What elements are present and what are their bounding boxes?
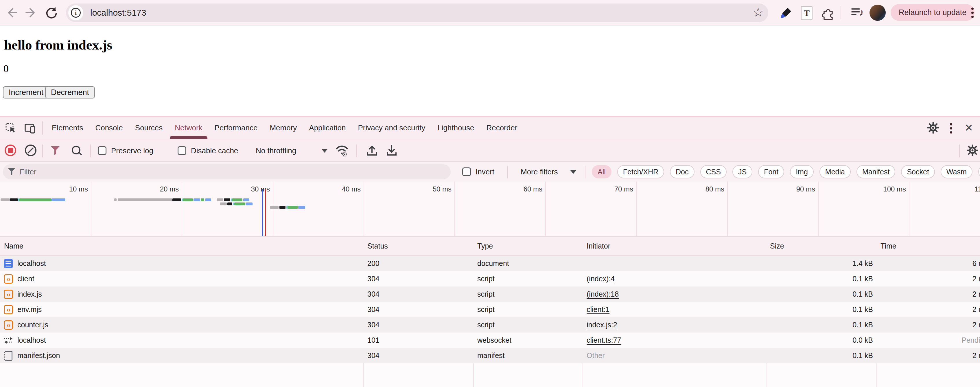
table-row[interactable]: ‹›counter.js 304 script index.js:2 0.1 k…: [0, 317, 980, 333]
extensions-puzzle-icon[interactable]: [819, 5, 836, 21]
throttling-select[interactable]: No throttling: [256, 139, 296, 162]
pill-font[interactable]: Font: [758, 165, 784, 178]
initiator-link[interactable]: client.ts:77: [587, 333, 621, 348]
network-conditions-button[interactable]: [335, 144, 349, 157]
table-row[interactable]: ‹›env.mjs 304 script client:1 0.1 kB 2 m…: [0, 302, 980, 317]
column-header-status[interactable]: Status: [368, 237, 388, 255]
pill-wasm[interactable]: Wasm: [941, 165, 972, 178]
tab-network[interactable]: Network: [169, 117, 208, 139]
decrement-button[interactable]: Decrement: [45, 86, 95, 99]
overview-gridline: [91, 182, 91, 237]
filterrow-separator: [585, 166, 585, 178]
devtools-menu-icon[interactable]: [950, 127, 952, 130]
filter-input[interactable]: [20, 168, 425, 176]
search-icon[interactable]: [72, 146, 82, 156]
filter-input-wrapper[interactable]: [3, 164, 451, 179]
initiator-link[interactable]: (index):18: [587, 286, 619, 302]
pill-img[interactable]: Img: [790, 165, 814, 178]
throttling-caret-icon[interactable]: [321, 149, 328, 153]
overview-gridline: [364, 182, 364, 237]
overview-tick-label: 30 ms: [251, 185, 270, 193]
tab-sources[interactable]: Sources: [129, 117, 169, 139]
more-filters-button[interactable]: More filters: [521, 162, 558, 182]
tab-recorder[interactable]: Recorder: [480, 117, 523, 139]
record-network-log-button[interactable]: [5, 144, 16, 156]
pill-other[interactable]: Other: [978, 165, 980, 178]
overview-tick-label: 10 ms: [69, 185, 88, 193]
tab-console[interactable]: Console: [89, 117, 129, 139]
initiator-link[interactable]: index.js:2: [587, 317, 617, 333]
column-header-time[interactable]: Time: [880, 237, 896, 255]
tab-privacy-and-security[interactable]: Privacy and security: [352, 117, 431, 139]
reload-button[interactable]: [43, 4, 60, 21]
overview-gridline: [454, 182, 455, 237]
upload-icon: [366, 144, 378, 157]
pill-doc[interactable]: Doc: [670, 165, 694, 178]
waterfall-segment: [279, 206, 285, 209]
overview-gridline: [545, 182, 546, 237]
pill-manifest[interactable]: Manifest: [856, 165, 895, 178]
filter-toggle-icon[interactable]: [51, 146, 60, 155]
back-button[interactable]: [3, 4, 20, 21]
tab-performance[interactable]: Performance: [208, 117, 264, 139]
profile-avatar[interactable]: [870, 5, 886, 21]
waterfall-segment: [246, 203, 253, 205]
devtools-close-button[interactable]: ×: [965, 120, 973, 135]
eyedropper-extension-icon[interactable]: [778, 5, 794, 21]
bookmark-star-icon[interactable]: ☆: [752, 3, 764, 21]
table-row[interactable]: manifest.json 304 manifest Other 0.1 kB …: [0, 348, 980, 363]
more-filters-caret-icon[interactable]: [570, 170, 576, 174]
devtools-settings-button[interactable]: [928, 122, 939, 134]
pill-js[interactable]: JS: [732, 165, 752, 178]
initiator-link[interactable]: (index):4: [587, 271, 615, 286]
inspect-icon: [5, 123, 17, 134]
invert-checkbox[interactable]: [462, 168, 471, 176]
disable-cache-label: Disable cache: [191, 139, 238, 162]
table-row[interactable]: ‹›client 304 script (index):4 0.1 kB 2 m…: [0, 271, 980, 286]
pill-fetch-xhr[interactable]: Fetch/XHR: [617, 165, 664, 178]
script-icon: ‹›: [3, 320, 13, 330]
tab-memory[interactable]: Memory: [264, 117, 303, 139]
clear-network-log-button[interactable]: [25, 144, 37, 156]
disable-cache-checkbox[interactable]: [178, 146, 186, 155]
network-settings-button[interactable]: [967, 144, 978, 156]
column-header-initiator[interactable]: Initiator: [587, 237, 610, 255]
forward-button[interactable]: [22, 4, 40, 21]
overview-gridline: [727, 182, 728, 237]
back-arrow-icon: [5, 6, 18, 19]
tab-elements[interactable]: Elements: [46, 117, 89, 139]
domcontentloaded-marker: [262, 189, 263, 237]
site-info-chip[interactable]: i: [68, 5, 83, 20]
waterfall-segment: [201, 198, 204, 201]
toggle-device-toolbar-button[interactable]: [22, 122, 39, 135]
initiator-link[interactable]: client:1: [587, 302, 609, 317]
increment-button[interactable]: Increment: [3, 86, 49, 99]
network-filter-row: Invert More filters All Fetch/XHR Doc CS…: [0, 162, 980, 182]
text-extension-icon[interactable]: T: [799, 5, 815, 21]
preserve-log-checkbox[interactable]: [98, 146, 107, 155]
tabbar-separator: [42, 122, 43, 135]
waterfall-segment: [10, 198, 18, 201]
network-toolbar: Preserve log Disable cache No throttling: [0, 139, 980, 162]
column-header-size[interactable]: Size: [770, 237, 784, 255]
table-row[interactable]: localhost 101 websocket client.ts:77 0.0…: [0, 333, 980, 348]
inspect-element-button[interactable]: [3, 122, 19, 135]
pill-css[interactable]: CSS: [700, 165, 727, 178]
media-queue-icon[interactable]: ♪: [849, 5, 866, 21]
pill-media[interactable]: Media: [819, 165, 851, 178]
table-row[interactable]: localhost 200 document 1.4 kB 6 ms: [0, 256, 980, 271]
table-row[interactable]: ‹›index.js 304 script (index):18 0.1 kB …: [0, 286, 980, 302]
tab-application[interactable]: Application: [303, 117, 352, 139]
relaunch-to-update-button[interactable]: Relaunch to update: [891, 4, 975, 21]
import-har-button[interactable]: [366, 144, 378, 157]
column-header-type[interactable]: Type: [477, 237, 493, 255]
tab-lighthouse[interactable]: Lighthouse: [431, 117, 480, 139]
pill-all[interactable]: All: [592, 165, 611, 178]
column-header-name[interactable]: Name: [4, 237, 24, 255]
url-bar[interactable]: i localhost:5173 ☆: [66, 3, 768, 22]
pill-socket[interactable]: Socket: [901, 165, 935, 178]
overview-band[interactable]: 10 ms20 ms30 ms40 ms50 ms60 ms70 ms80 ms…: [0, 182, 980, 237]
export-har-button[interactable]: [386, 144, 398, 157]
info-icon: i: [71, 8, 81, 18]
browser-menu-icon[interactable]: [971, 11, 974, 14]
